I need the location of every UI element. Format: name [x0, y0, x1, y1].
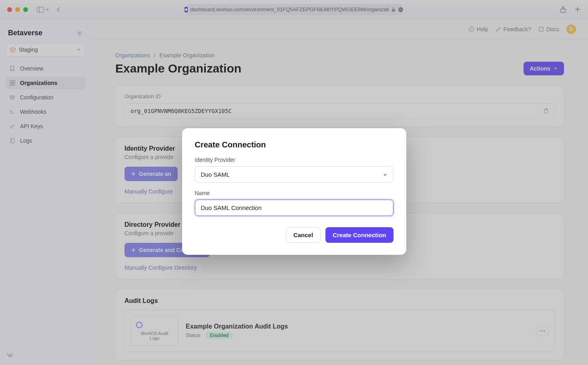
chevron-down-icon: [383, 172, 387, 177]
cancel-button[interactable]: Cancel: [286, 227, 321, 243]
modal-title: Create Connection: [195, 140, 393, 149]
create-connection-button[interactable]: Create Connection: [325, 227, 393, 243]
modal-overlay[interactable]: Create Connection Identity Provider Duo …: [0, 0, 588, 365]
identity-provider-value: Duo SAML: [201, 171, 230, 178]
create-connection-modal: Create Connection Identity Provider Duo …: [182, 128, 406, 255]
identity-provider-label: Identity Provider: [195, 157, 393, 163]
identity-provider-select[interactable]: Duo SAML: [195, 166, 393, 183]
connection-name-label: Name: [195, 190, 393, 196]
connection-name-input[interactable]: [195, 200, 393, 216]
